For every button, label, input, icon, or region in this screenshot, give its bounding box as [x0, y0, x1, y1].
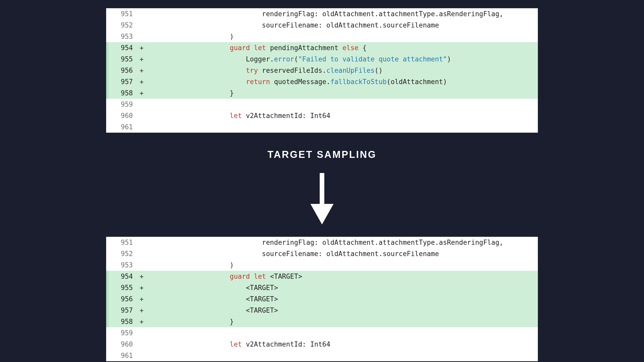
diff-row: 953 ) [106, 259, 538, 271]
gutter-strip [106, 110, 109, 121]
line-number: 957 [109, 76, 136, 87]
diff-op: + [136, 42, 147, 53]
code-content: try reservedFileIds.cleanUpFiles() [147, 65, 538, 76]
code-content: <TARGET> [147, 305, 538, 316]
code-content: guard let pendingAttachment else { [147, 42, 538, 53]
code-content: sourceFilename: oldAttachment.sourceFile… [147, 20, 538, 31]
line-number: 961 [109, 350, 136, 361]
diff-row: 957+ <TARGET> [106, 305, 538, 316]
gutter-strip [106, 327, 109, 339]
gutter-strip [106, 121, 109, 133]
line-number: 960 [109, 339, 136, 350]
diff-row: 951 renderingFlag: oldAttachment.attachm… [106, 237, 538, 248]
gutter-strip [106, 20, 109, 31]
diff-op [136, 121, 147, 133]
gutter-strip [106, 8, 109, 20]
line-number: 956 [109, 293, 136, 305]
diff-row: 960 let v2AttachmentId: Int64 [106, 339, 538, 350]
line-number: 951 [109, 237, 136, 248]
gutter-strip [106, 305, 109, 316]
gutter-strip [106, 42, 109, 53]
code-content: } [147, 87, 538, 99]
diff-op [136, 350, 147, 361]
code-content: Logger.error("Failed to validate quote a… [147, 53, 538, 65]
line-number: 960 [109, 110, 136, 121]
line-number: 954 [109, 271, 136, 282]
diagram-stage: 951 renderingFlag: oldAttachment.attachm… [0, 0, 644, 362]
code-content [147, 121, 538, 133]
diff-row: 961 [106, 350, 538, 361]
diff-row: 961 [106, 121, 538, 133]
gutter-strip [106, 350, 109, 361]
diff-op: + [136, 316, 147, 327]
diff-op: + [136, 305, 147, 316]
gutter-strip [106, 293, 109, 305]
diff-op: + [136, 282, 147, 293]
diff-op: + [136, 293, 147, 305]
diff-op [136, 110, 147, 121]
diff-row: 960 let v2AttachmentId: Int64 [106, 110, 538, 121]
diff-row: 957+ return quotedMessage.fallbackToStub… [106, 76, 538, 87]
diff-row: 952 sourceFilename: oldAttachment.source… [106, 248, 538, 259]
code-content [147, 99, 538, 110]
diff-row: 958+ } [106, 87, 538, 99]
diff-row: 956+ <TARGET> [106, 293, 538, 305]
code-content: ) [147, 31, 538, 42]
code-content [147, 327, 538, 339]
line-number: 956 [109, 65, 136, 76]
code-diff-before: 951 renderingFlag: oldAttachment.attachm… [106, 8, 538, 133]
gutter-strip [106, 248, 109, 259]
gutter-strip [106, 31, 109, 42]
line-number: 952 [109, 20, 136, 31]
line-number: 958 [109, 87, 136, 99]
code-content: ) [147, 259, 538, 271]
diff-op [136, 237, 147, 248]
code-content: return quotedMessage.fallbackToStub(oldA… [147, 76, 538, 87]
gutter-strip [106, 65, 109, 76]
diff-row: 958+ } [106, 316, 538, 327]
diff-row: 954+ guard let <TARGET> [106, 271, 538, 282]
line-number: 953 [109, 259, 136, 271]
diff-op: + [136, 65, 147, 76]
diff-op [136, 248, 147, 259]
diff-row: 955+ Logger.error("Failed to validate qu… [106, 53, 538, 65]
diff-row: 954+ guard let pendingAttachment else { [106, 42, 538, 53]
diff-op [136, 99, 147, 110]
code-content: renderingFlag: oldAttachment.attachmentT… [147, 237, 538, 248]
line-number: 959 [109, 99, 136, 110]
code-content: let v2AttachmentId: Int64 [147, 110, 538, 121]
gutter-strip [106, 316, 109, 327]
diff-op: + [136, 271, 147, 282]
diff-op: + [136, 53, 147, 65]
diff-row: 953 ) [106, 31, 538, 42]
diff-row: 951 renderingFlag: oldAttachment.attachm… [106, 8, 538, 20]
diff-row: 956+ try reservedFileIds.cleanUpFiles() [106, 65, 538, 76]
diff-op [136, 339, 147, 350]
line-number: 955 [109, 53, 136, 65]
diff-op [136, 259, 147, 271]
gutter-strip [106, 99, 109, 110]
code-content: sourceFilename: oldAttachment.sourceFile… [147, 248, 538, 259]
line-number: 957 [109, 305, 136, 316]
line-number: 953 [109, 31, 136, 42]
code-content: <TARGET> [147, 282, 538, 293]
gutter-strip [106, 271, 109, 282]
code-content: let v2AttachmentId: Int64 [147, 339, 538, 350]
code-content: <TARGET> [147, 293, 538, 305]
code-content [147, 350, 538, 361]
line-number: 958 [109, 316, 136, 327]
line-number: 951 [109, 8, 136, 20]
diff-row: 952 sourceFilename: oldAttachment.source… [106, 20, 538, 31]
diff-op [136, 327, 147, 339]
diff-op: + [136, 87, 147, 99]
gutter-strip [106, 87, 109, 99]
gutter-strip [106, 339, 109, 350]
diff-row: 959 [106, 327, 538, 339]
gutter-strip [106, 237, 109, 248]
gutter-strip [106, 259, 109, 271]
diff-row: 959 [106, 99, 538, 110]
code-content: } [147, 316, 538, 327]
code-diff-after: 951 renderingFlag: oldAttachment.attachm… [106, 237, 538, 361]
line-number: 959 [109, 327, 136, 339]
diff-row: 955+ <TARGET> [106, 282, 538, 293]
